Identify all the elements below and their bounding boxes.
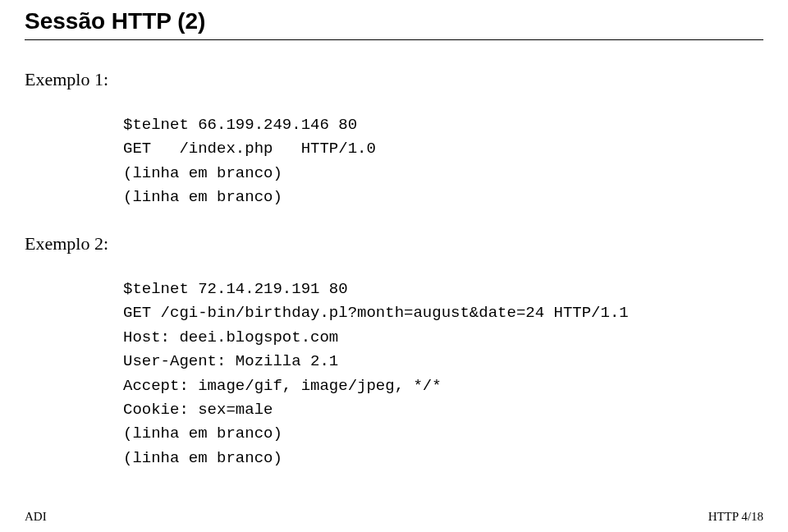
- footer-right: HTTP 4/18: [708, 510, 763, 524]
- footer: ADI HTTP 4/18: [25, 510, 763, 524]
- example1-code: $telnet 66.199.249.146 80 GET /index.php…: [123, 113, 763, 210]
- example2-label: Exemplo 2:: [25, 233, 763, 255]
- example1-label: Exemplo 1:: [25, 69, 763, 90]
- title-divider: [25, 39, 763, 40]
- example2-code: $telnet 72.14.219.191 80 GET /cgi-bin/bi…: [123, 277, 763, 471]
- page-title: Sessão HTTP (2): [25, 8, 763, 34]
- footer-left: ADI: [25, 510, 47, 524]
